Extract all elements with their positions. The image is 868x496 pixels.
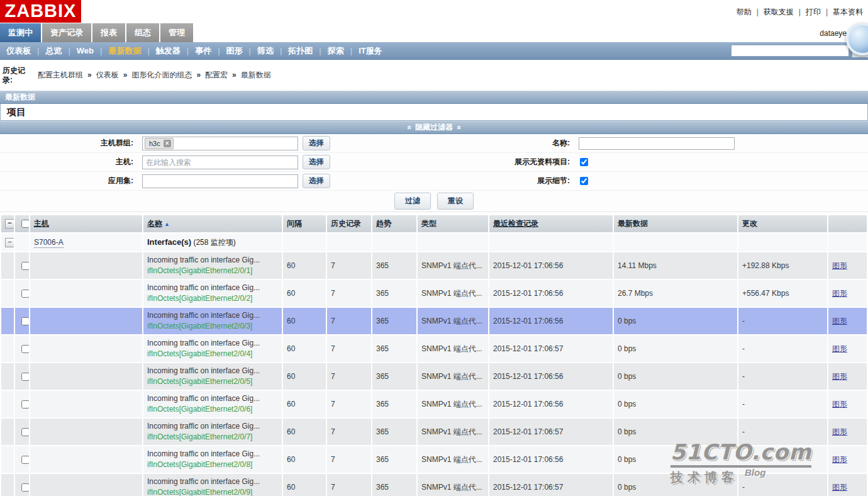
top-link[interactable]: 获取支援 [752, 8, 794, 16]
column-name[interactable]: 名称 [147, 219, 162, 228]
show-details-checkbox[interactable] [580, 177, 588, 185]
host-input[interactable] [145, 157, 296, 167]
breadcrumb-link[interactable]: 仪表板 [83, 70, 119, 79]
graph-link[interactable]: 图形 [832, 344, 847, 353]
cell-last-value: 0 bps [614, 335, 737, 362]
top-link[interactable]: 基本资料 [821, 8, 863, 16]
cell-host [30, 308, 142, 334]
row-toggle-cell [1, 252, 14, 279]
row-checkbox[interactable] [21, 262, 29, 270]
item-key-link[interactable]: ifInOctets[GigabitEthernet2/0/1] [147, 266, 278, 276]
cell-interval: 60 [283, 280, 326, 307]
current-user[interactable]: dataeye- [820, 29, 849, 38]
graph-link[interactable]: 图形 [832, 372, 847, 381]
sub-nav-item[interactable]: 最新数据 [94, 46, 141, 55]
cell-history: 7 [327, 363, 371, 390]
search-input[interactable] [731, 45, 849, 57]
host-group-tag: h3c [145, 138, 174, 149]
host-group-input[interactable]: h3c [142, 137, 298, 150]
top-link[interactable]: 帮助 [737, 8, 752, 16]
graph-link[interactable]: 图形 [832, 289, 847, 298]
remove-tag-icon[interactable] [164, 140, 171, 147]
item-row: Incoming traffic on interface Gig... ifI… [1, 446, 867, 473]
row-checkbox[interactable] [21, 373, 29, 381]
reset-button[interactable]: 重设 [437, 193, 474, 210]
select-all-checkbox[interactable] [21, 220, 29, 228]
item-row: Incoming traffic on interface Gig... ifI… [1, 308, 867, 334]
show-without-data-checkbox[interactable] [580, 158, 588, 166]
graph-link[interactable]: 图形 [832, 483, 847, 492]
row-checkbox[interactable] [21, 456, 29, 464]
breadcrumb-link[interactable]: 最新数据 [228, 70, 271, 79]
item-key-link[interactable]: ifInOctets[GigabitEthernet2/0/5] [147, 376, 278, 387]
sub-nav-item[interactable]: 拓扑图 [274, 46, 313, 55]
collapse-all-toggle[interactable]: − [5, 219, 14, 228]
main-nav-tab[interactable]: 组态 [126, 23, 159, 42]
sub-nav-item[interactable]: 触发器 [141, 46, 180, 55]
main-nav-tab[interactable]: 资产记录 [42, 23, 91, 42]
item-row: Incoming traffic on interface Gig... ifI… [1, 391, 867, 417]
sub-nav-item[interactable]: 筛选 [243, 46, 274, 55]
host-link[interactable]: S7006-A [34, 238, 64, 248]
sub-nav-item[interactable]: 图形 [211, 46, 242, 55]
name-filter-input[interactable] [579, 137, 735, 150]
breadcrumb-link[interactable]: 图形化介面的组态 [119, 70, 192, 79]
select-host-button[interactable]: 选择 [303, 155, 330, 169]
row-toggle-cell [1, 363, 14, 390]
row-checkbox[interactable] [21, 400, 29, 409]
main-nav-tab[interactable]: 管理 [160, 23, 193, 42]
breadcrumb-link[interactable]: 配置宏 [192, 70, 228, 79]
sub-nav-item[interactable]: 总览 [31, 46, 62, 55]
select-application-button[interactable]: 选择 [303, 174, 330, 188]
sub-nav-item[interactable]: IT服务 [344, 46, 382, 55]
item-key-link[interactable]: ifInOctets[GigabitEthernet2/0/3] [147, 321, 278, 332]
cell-name: Incoming traffic on interface Gig... ifI… [143, 280, 282, 307]
sub-nav-item[interactable]: Web [62, 46, 94, 55]
select-host-group-button[interactable]: 选择 [303, 136, 330, 150]
cell-interval: 60 [283, 363, 326, 390]
item-row: Incoming traffic on interface Gig... ifI… [1, 474, 867, 496]
row-checkbox[interactable] [21, 483, 29, 492]
sub-nav-item[interactable]: 事件 [181, 46, 211, 55]
cell-host [30, 391, 142, 417]
graph-link[interactable]: 图形 [832, 400, 847, 409]
column-last-check[interactable]: 最近检查记录 [493, 219, 538, 228]
graph-link[interactable]: 图形 [832, 427, 847, 436]
item-key-link[interactable]: ifInOctets[GigabitEthernet2/0/2] [147, 293, 278, 304]
row-checkbox[interactable] [21, 345, 29, 353]
cell-history: 7 [327, 446, 371, 473]
top-link[interactable]: 打印 [794, 8, 821, 16]
cell-trends: 365 [372, 335, 416, 362]
item-key-link[interactable]: ifInOctets[GigabitEthernet2/0/8] [147, 459, 278, 470]
cell-type: SNMPv1 端点代... [418, 391, 488, 417]
collapse-group-toggle[interactable]: − [5, 238, 14, 247]
cell-change: - [738, 335, 827, 362]
application-label: 应用集: [0, 176, 138, 186]
main-nav-tab[interactable]: 监测中 [0, 23, 41, 42]
main-nav-tab[interactable]: 报表 [92, 23, 125, 42]
cell-name: Incoming traffic on interface Gig... ifI… [143, 363, 282, 390]
cell-name: Incoming traffic on interface Gig... ifI… [143, 391, 282, 417]
filter-toggle-bar[interactable]: 隐藏过滤器 [0, 121, 868, 134]
cell-last-value: 0 bps [614, 419, 737, 445]
row-checkbox[interactable] [21, 428, 29, 436]
application-input[interactable] [145, 176, 296, 186]
item-key-link[interactable]: ifInOctets[GigabitEthernet2/0/6] [147, 404, 278, 415]
row-checkbox[interactable] [21, 317, 29, 325]
graph-link[interactable]: 图形 [832, 455, 847, 464]
item-key-link[interactable]: ifInOctets[GigabitEthernet2/0/9] [147, 487, 278, 496]
cell-last-value: 0 bps [614, 363, 737, 390]
graph-link[interactable]: 图形 [832, 261, 847, 270]
row-checkbox[interactable] [21, 290, 29, 298]
filter-button[interactable]: 过滤 [394, 193, 431, 210]
sub-nav-item[interactable]: 探索 [313, 46, 343, 55]
page-title: 项目 [0, 104, 868, 121]
cell-trends: 365 [372, 474, 416, 496]
zabbix-logo[interactable]: ZABBIX [0, 0, 81, 23]
breadcrumb-link[interactable]: 配置主机群组 [38, 70, 83, 79]
item-key-link[interactable]: ifInOctets[GigabitEthernet2/0/7] [147, 432, 278, 442]
column-host[interactable]: 主机 [34, 219, 49, 228]
item-key-link[interactable]: ifInOctets[GigabitEthernet2/0/4] [147, 349, 278, 359]
graph-link[interactable]: 图形 [832, 317, 847, 325]
sub-nav-item[interactable]: 仪表板 [6, 46, 31, 55]
